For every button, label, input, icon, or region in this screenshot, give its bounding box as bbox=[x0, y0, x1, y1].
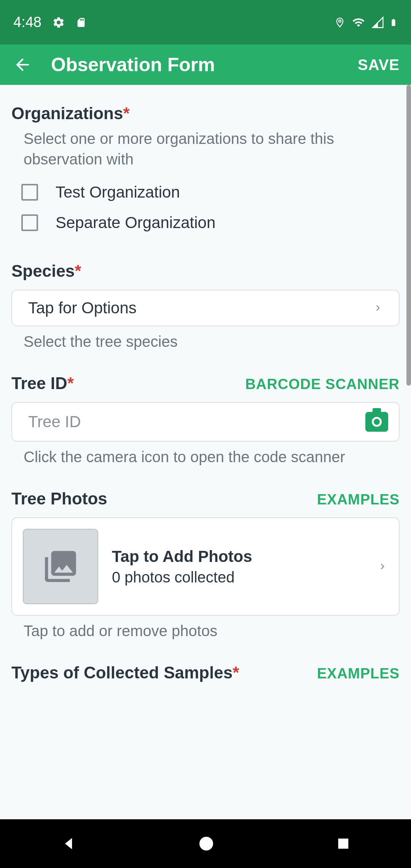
nav-recent-button[interactable] bbox=[336, 836, 351, 851]
required-asterisk: * bbox=[67, 374, 74, 393]
section-tree-id: Tree ID* BARCODE SCANNER Tree ID Click t… bbox=[11, 374, 400, 466]
back-button[interactable] bbox=[11, 53, 34, 77]
status-right bbox=[335, 15, 398, 30]
chevron-right-icon bbox=[377, 561, 388, 572]
section-organizations: Organizations* Select one or more organi… bbox=[11, 104, 400, 238]
section-title-sample-types: Types of Collected Samples* bbox=[11, 663, 239, 682]
status-left: 4:48 bbox=[13, 14, 86, 30]
photos-hint: Tap to add or remove photos bbox=[11, 622, 400, 640]
save-button[interactable]: SAVE bbox=[358, 56, 400, 73]
image-stack-icon bbox=[42, 548, 79, 585]
gear-icon bbox=[52, 16, 65, 29]
wifi-icon bbox=[350, 16, 366, 29]
app-bar: Observation Form SAVE bbox=[0, 45, 411, 85]
required-asterisk: * bbox=[75, 262, 81, 280]
checkbox-icon bbox=[21, 214, 38, 231]
species-placeholder: Tap for Options bbox=[28, 299, 137, 317]
nav-back-button[interactable] bbox=[60, 835, 77, 852]
svg-point-0 bbox=[199, 837, 213, 850]
checkbox-icon bbox=[21, 184, 38, 201]
section-title-organizations: Organizations* bbox=[11, 104, 130, 123]
nav-home-button[interactable] bbox=[197, 834, 215, 853]
section-species: Species* Tap for Options Select the tree… bbox=[11, 262, 400, 350]
sd-card-icon bbox=[76, 16, 86, 29]
checkbox-label: Separate Organization bbox=[56, 214, 215, 232]
checkbox-label: Test Organization bbox=[56, 183, 180, 201]
svg-rect-1 bbox=[338, 839, 349, 849]
form-content[interactable]: Organizations* Select one or more organi… bbox=[0, 85, 411, 819]
section-sample-types: Types of Collected Samples* EXAMPLES bbox=[11, 663, 400, 682]
species-select[interactable]: Tap for Options bbox=[11, 290, 400, 326]
photos-count: 0 photos collected bbox=[112, 569, 363, 586]
page-title: Observation Form bbox=[51, 54, 358, 76]
camera-icon bbox=[372, 417, 382, 427]
section-title-tree-id: Tree ID* bbox=[11, 374, 74, 393]
photos-examples-link[interactable]: EXAMPLES bbox=[317, 491, 400, 508]
species-hint: Select the tree species bbox=[11, 333, 400, 350]
tree-id-input[interactable]: Tree ID bbox=[11, 402, 400, 442]
section-title-tree-photos: Tree Photos bbox=[11, 489, 107, 508]
scroll-indicator[interactable] bbox=[406, 85, 411, 386]
add-photos-title: Tap to Add Photos bbox=[112, 547, 363, 566]
section-title-species: Species* bbox=[11, 262, 81, 281]
checkbox-test-organization[interactable]: Test Organization bbox=[11, 177, 400, 207]
photo-text: Tap to Add Photos 0 photos collected bbox=[112, 547, 363, 586]
tree-id-hint: Click the camera icon to open the code s… bbox=[11, 448, 400, 466]
status-time: 4:48 bbox=[13, 14, 41, 30]
location-icon bbox=[335, 15, 345, 30]
battery-icon bbox=[389, 16, 398, 29]
chevron-right-icon bbox=[372, 302, 384, 314]
signal-icon bbox=[372, 16, 384, 29]
system-nav-bar bbox=[0, 819, 411, 868]
checkbox-separate-organization[interactable]: Separate Organization bbox=[11, 207, 400, 238]
photo-placeholder-thumb bbox=[23, 529, 98, 604]
samples-examples-link[interactable]: EXAMPLES bbox=[317, 665, 400, 682]
camera-scan-button[interactable] bbox=[365, 412, 388, 432]
status-bar: 4:48 bbox=[0, 0, 411, 45]
required-asterisk: * bbox=[233, 663, 239, 682]
barcode-scanner-link[interactable]: BARCODE SCANNER bbox=[245, 376, 400, 393]
organizations-hint: Select one or more organizations to shar… bbox=[11, 128, 400, 169]
required-asterisk: * bbox=[123, 104, 129, 123]
arrow-left-icon bbox=[13, 55, 32, 74]
add-photos-card[interactable]: Tap to Add Photos 0 photos collected bbox=[11, 517, 400, 616]
section-tree-photos: Tree Photos EXAMPLES Tap to Add Photos 0… bbox=[11, 489, 400, 640]
tree-id-placeholder: Tree ID bbox=[28, 413, 81, 431]
